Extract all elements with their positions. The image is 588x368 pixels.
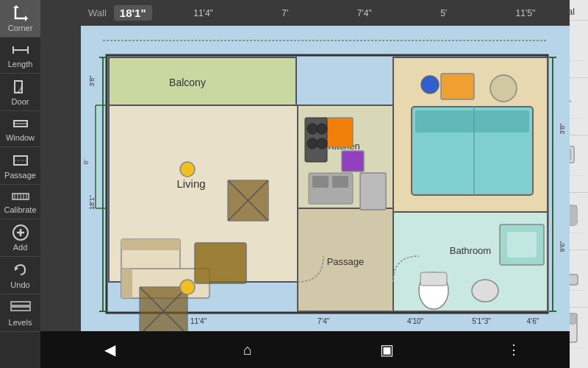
svg-rect-83: [420, 272, 447, 286]
svg-text:Bathroom: Bathroom: [450, 245, 491, 256]
svg-point-70: [307, 138, 318, 149]
svg-rect-72: [360, 173, 386, 210]
home-button[interactable]: ⌂: [229, 334, 267, 366]
svg-text:5'1"3": 5'1"3": [472, 317, 491, 325]
svg-point-64: [180, 280, 195, 294]
calibrate-tool[interactable]: Calibrate: [0, 185, 40, 219]
wall-value[interactable]: 18'1": [114, 5, 152, 21]
dim-1: 11'4": [193, 8, 213, 18]
svg-text:18'1": 18'1": [88, 195, 96, 210]
svg-text:7'4": 7'4": [318, 317, 330, 325]
svg-rect-56: [195, 243, 246, 283]
svg-rect-5: [15, 81, 22, 93]
recent-button[interactable]: ▣: [365, 333, 409, 366]
svg-rect-77: [441, 74, 474, 99]
levels-label: Levels: [9, 318, 32, 327]
passage-label: Passage: [4, 171, 36, 180]
levels-tool[interactable]: Levels: [0, 294, 40, 332]
svg-point-71: [317, 138, 327, 149]
passage-tool[interactable]: Passage: [0, 147, 40, 185]
svg-marker-1: [13, 5, 19, 8]
wall-label: Wall: [88, 7, 107, 18]
svg-text:Passage: Passage: [327, 256, 365, 267]
svg-text:4'6": 4'6": [527, 317, 539, 325]
add-label: Add: [13, 243, 28, 252]
svg-rect-74: [312, 176, 329, 188]
svg-text:9'6": 9'6": [559, 241, 566, 252]
undo-tool[interactable]: Undo: [0, 257, 40, 294]
calibrate-label: Calibrate: [4, 205, 36, 214]
dim-2: 7': [282, 8, 288, 18]
svg-text:Balcony: Balcony: [169, 77, 206, 88]
svg-rect-80: [415, 110, 529, 132]
svg-point-63: [180, 162, 195, 177]
add-tool[interactable]: Add: [0, 219, 40, 257]
svg-marker-0: [25, 15, 28, 21]
dim-4: 5': [440, 8, 447, 18]
bottom-bar: ◀ ⌂ ▣ ⋮: [40, 331, 570, 368]
svg-text:3'8": 3'8": [559, 124, 566, 135]
window-tool[interactable]: Window: [0, 111, 40, 147]
svg-point-68: [307, 124, 318, 134]
svg-rect-21: [11, 307, 30, 311]
svg-text:Living: Living: [176, 177, 205, 190]
left-toolbar: Corner Length Door Window Passage: [0, 0, 40, 368]
svg-rect-20: [11, 302, 30, 305]
door-tool[interactable]: Door: [0, 74, 40, 111]
svg-point-76: [421, 76, 439, 93]
dim-5: 11'5": [516, 8, 536, 18]
window-label: Window: [6, 133, 35, 142]
svg-text:3'8": 3'8": [88, 76, 96, 87]
dim-3: 7'4": [357, 8, 372, 18]
svg-rect-86: [507, 232, 537, 258]
corner-tool[interactable]: Corner: [0, 0, 40, 38]
svg-text:8': 8': [82, 159, 90, 164]
length-tool[interactable]: Length: [0, 38, 40, 74]
svg-point-69: [317, 124, 327, 134]
svg-rect-55: [121, 269, 132, 298]
svg-text:4'10": 4'10": [407, 317, 424, 325]
corner-label: Corner: [8, 24, 33, 32]
top-bar: Wall 18'1" 11'4" 7' 7'4" 5' 11'5": [81, 0, 570, 26]
svg-rect-66: [342, 151, 364, 171]
undo-label: Undo: [10, 280, 29, 289]
svg-text:11'4": 11'4": [190, 317, 207, 325]
svg-rect-65: [323, 118, 353, 147]
length-label: Length: [8, 60, 33, 68]
floorplan-canvas[interactable]: Balcony Living Kitchen Bedroom Passage B…: [81, 26, 570, 331]
back-button[interactable]: ◀: [90, 333, 130, 366]
dimension-labels: 11'4" 7' 7'4" 5' 11'5": [167, 8, 562, 18]
svg-point-84: [472, 280, 498, 302]
svg-rect-104: [570, 209, 577, 225]
svg-point-78: [490, 75, 517, 102]
menu-button[interactable]: ⋮: [507, 342, 520, 358]
svg-rect-75: [332, 176, 348, 188]
door-label: Door: [12, 97, 29, 106]
svg-rect-54: [121, 239, 180, 250]
